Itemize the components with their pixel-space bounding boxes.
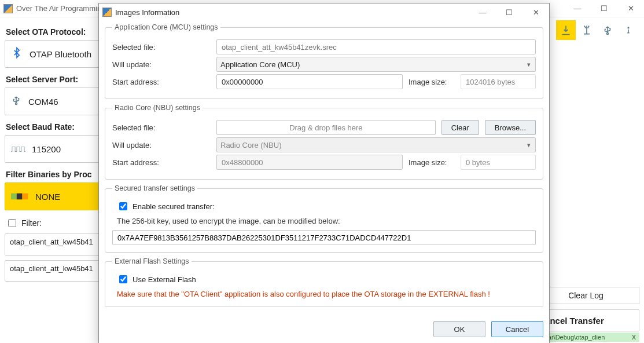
dialog-maximize-button[interactable]: ☐ xyxy=(496,3,522,21)
dialog-minimize-button[interactable]: — xyxy=(469,3,496,21)
dialog-title: Images Information xyxy=(115,8,179,17)
radio-start-addr-label: Start address: xyxy=(112,158,211,167)
radio-browse-button[interactable]: Browse... xyxy=(485,120,536,135)
main-maximize-button[interactable]: ☐ xyxy=(591,0,617,17)
toolbar-antenna-icon[interactable] xyxy=(577,20,597,40)
secured-note: The 256-bit key, used to encrypt the ima… xyxy=(117,217,536,225)
app-image-size-label: Image size: xyxy=(409,78,455,86)
dialog-icon xyxy=(102,8,112,17)
radio-core-group: Radio Core (NBU) settings Selected file:… xyxy=(105,104,543,180)
use-external-flash-checkbox[interactable] xyxy=(119,275,127,283)
main-close-button[interactable]: ✕ xyxy=(617,0,644,17)
encryption-key-input[interactable] xyxy=(112,230,536,245)
radio-will-update-label: Will update: xyxy=(112,141,211,149)
protocol-value: OTAP Bluetooth xyxy=(30,49,91,59)
secured-transfer-group: Secured transfer settings Enable secured… xyxy=(105,184,543,253)
dialog-ok-button[interactable]: OK xyxy=(433,321,485,337)
app-icon xyxy=(3,4,13,13)
bluetooth-icon xyxy=(11,46,23,63)
main-window-title: Over The Air Programmin xyxy=(16,4,101,13)
svg-point-0 xyxy=(607,33,609,35)
app-will-update-label: Will update: xyxy=(112,60,211,69)
nxp-logo-icon xyxy=(11,192,28,200)
app-start-addr-label: Start address: xyxy=(112,78,211,86)
app-selected-file-field xyxy=(216,39,536,54)
images-information-dialog: Images Information — ☐ ✕ Application Cor… xyxy=(98,3,550,343)
radio-core-legend: Radio Core (NBU) settings xyxy=(112,104,203,112)
radio-image-size-label: Image size: xyxy=(409,158,455,167)
ext-flash-legend: External Flash Settings xyxy=(112,257,192,265)
radio-start-addr-field xyxy=(216,155,403,170)
toolbar-download-icon[interactable] xyxy=(556,20,576,40)
radio-image-size-field xyxy=(461,155,536,170)
app-will-update-select[interactable]: Application Core (MCU) xyxy=(216,57,536,72)
app-core-legend: Application Core (MCU) settings xyxy=(112,23,220,31)
dialog-close-button[interactable]: ✕ xyxy=(522,3,549,21)
toolbar-usb-icon[interactable] xyxy=(598,20,617,40)
radio-will-update-select: Radio Core (NBU) xyxy=(216,137,536,152)
use-external-flash-label: Use External Flash xyxy=(133,275,196,284)
square-wave-icon: ⎍⎍⎍ xyxy=(11,144,25,154)
svg-rect-3 xyxy=(11,194,17,200)
main-minimize-button[interactable]: — xyxy=(564,0,591,17)
secured-legend: Secured transfer settings xyxy=(112,184,197,192)
enable-secured-label: Enable secured transfer: xyxy=(133,202,215,211)
processor-value: NONE xyxy=(35,192,60,202)
svg-point-1 xyxy=(628,27,629,28)
log-close-icon[interactable]: X xyxy=(631,334,637,341)
app-image-size-field xyxy=(461,74,536,89)
baud-value: 115200 xyxy=(32,144,61,154)
app-core-group: Application Core (MCU) settings Selected… xyxy=(105,23,543,99)
usb-icon xyxy=(11,94,21,110)
port-value: COM46 xyxy=(28,97,58,107)
svg-rect-5 xyxy=(23,194,28,200)
app-selected-file-label: Selected file: xyxy=(112,43,211,52)
filter-checkbox-label: Filter: xyxy=(21,218,42,228)
radio-selected-file-label: Selected file: xyxy=(112,123,211,132)
svg-rect-4 xyxy=(17,194,23,200)
filter-checkbox[interactable] xyxy=(8,219,16,227)
toolbar-info-icon[interactable] xyxy=(619,20,638,40)
external-flash-group: External Flash Settings Use External Fla… xyxy=(105,257,543,307)
enable-secured-checkbox[interactable] xyxy=(119,202,127,210)
dialog-cancel-button[interactable]: Cancel xyxy=(491,321,543,337)
svg-point-2 xyxy=(16,103,17,104)
radio-file-drop-area[interactable]: Drag & drop files here xyxy=(216,120,436,135)
radio-clear-button[interactable]: Clear xyxy=(441,120,479,135)
app-start-addr-input[interactable] xyxy=(216,74,403,89)
ext-flash-warning: Make sure that the "OTA Client" applicat… xyxy=(117,290,536,298)
